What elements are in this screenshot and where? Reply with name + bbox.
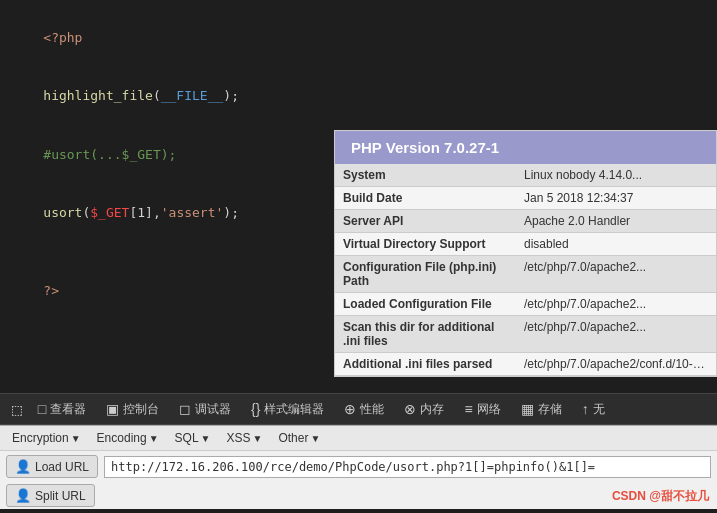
tab-viewer[interactable]: □ 查看器 (30, 397, 94, 422)
menu-xss-label: XSS (226, 431, 250, 445)
hackbar: Encryption ▼ Encoding ▼ SQL ▼ XSS ▼ Othe… (0, 425, 717, 509)
code-paren: ( (153, 88, 161, 103)
code-line-1: <?php (12, 8, 705, 67)
code-editor: <?php highlight_file(__FILE__); #usort(.… (0, 0, 717, 130)
menu-other-label: Other (278, 431, 308, 445)
up-icon: ↑ (582, 401, 589, 417)
table-cell-label: Server API (335, 210, 516, 233)
perf-icon: ⊕ (344, 401, 356, 417)
table-row: System Linux nobody 4.14.0... (335, 164, 716, 187)
table-row: Virtual Directory Support disabled (335, 233, 716, 256)
table-cell-value: /etc/php/7.0/apache2/conf.d/10-pdo.ini, … (516, 353, 716, 376)
table-cell-label: Configuration File (php.ini) Path (335, 256, 516, 293)
table-cell-value: /etc/php/7.0/apache2... (516, 293, 716, 316)
network-icon: ≡ (464, 401, 472, 417)
menu-encoding[interactable]: Encoding ▼ (91, 429, 165, 447)
tab-memory-label: 内存 (420, 401, 444, 418)
tab-other[interactable]: ↑ 无 (574, 397, 613, 422)
tab-storage[interactable]: ▦ 存储 (513, 397, 570, 422)
tab-performance[interactable]: ⊕ 性能 (336, 397, 392, 422)
php-info-panel: PHP Version 7.0.27-1 System Linux nobody… (334, 130, 717, 377)
code-close-tag: ?> (43, 283, 59, 298)
menu-other[interactable]: Other ▼ (272, 429, 326, 447)
memory-icon: ⊗ (404, 401, 416, 417)
csdn-watermark: CSDN @甜不拉几 (612, 488, 709, 505)
storage-icon: ▦ (521, 401, 534, 417)
tab-network[interactable]: ≡ 网络 (456, 397, 508, 422)
tab-other-label: 无 (593, 401, 605, 418)
encryption-dropdown-icon: ▼ (71, 433, 81, 444)
code-comment: #usort(...$_GET); (43, 147, 176, 162)
table-cell-value: Jan 5 2018 12:34:37 (516, 187, 716, 210)
table-row: Loaded Configuration File /etc/php/7.0/a… (335, 293, 716, 316)
console-icon: ▣ (106, 401, 119, 417)
code-var: $_GET (90, 205, 129, 220)
table-cell-value: Apache 2.0 Handler (516, 210, 716, 233)
tab-debugger[interactable]: ◻ 调试器 (171, 397, 239, 422)
hackbar-split-row: 👤 Split URL (0, 482, 717, 509)
menu-sql-label: SQL (175, 431, 199, 445)
tab-memory[interactable]: ⊗ 内存 (396, 397, 452, 422)
table-cell-label: Scan this dir for additional .ini files (335, 316, 516, 353)
sql-dropdown-icon: ▼ (201, 433, 211, 444)
devtools-toolbar: ⬚ □ 查看器 ▣ 控制台 ◻ 调试器 {} 样式编辑器 ⊕ 性能 ⊗ 内存 ≡… (0, 393, 717, 425)
hackbar-menu-row: Encryption ▼ Encoding ▼ SQL ▼ XSS ▼ Othe… (0, 426, 717, 451)
devtools-inspector-icon[interactable]: ⬚ (8, 398, 26, 421)
tab-style-editor[interactable]: {} 样式编辑器 (243, 397, 332, 422)
code-const: __FILE__ (161, 88, 224, 103)
table-cell-label: System (335, 164, 516, 187)
url-input[interactable] (104, 456, 711, 478)
php-version-header: PHP Version 7.0.27-1 (335, 131, 716, 164)
table-row: Scan this dir for additional .ini files … (335, 316, 716, 353)
tab-perf-label: 性能 (360, 401, 384, 418)
tab-debugger-label: 调试器 (195, 401, 231, 418)
tab-viewer-label: 查看器 (50, 401, 86, 418)
table-cell-label: Additional .ini files parsed (335, 353, 516, 376)
table-cell-value: /etc/php/7.0/apache2... (516, 256, 716, 293)
table-row: Configuration File (php.ini) Path /etc/p… (335, 256, 716, 293)
encoding-dropdown-icon: ▼ (149, 433, 159, 444)
menu-sql[interactable]: SQL ▼ (169, 429, 217, 447)
table-cell-value: disabled (516, 233, 716, 256)
table-row: Additional .ini files parsed /etc/php/7.… (335, 353, 716, 376)
php-info-table: System Linux nobody 4.14.0... Build Date… (335, 164, 716, 376)
table-cell-value: /etc/php/7.0/apache2... (516, 316, 716, 353)
split-url-icon: 👤 (15, 488, 31, 503)
table-row: Server API Apache 2.0 Handler (335, 210, 716, 233)
tab-console[interactable]: ▣ 控制台 (98, 397, 167, 422)
tab-console-label: 控制台 (123, 401, 159, 418)
load-url-button[interactable]: 👤 Load URL (6, 455, 98, 478)
tab-style-label: 样式编辑器 (264, 401, 324, 418)
debugger-icon: ◻ (179, 401, 191, 417)
split-url-label: Split URL (35, 489, 86, 503)
code-line-2: highlight_file(__FILE__); (12, 67, 705, 126)
other-dropdown-icon: ▼ (310, 433, 320, 444)
code-str: 'assert' (161, 205, 224, 220)
viewer-icon: □ (38, 401, 46, 417)
code-tag: <?php (43, 30, 82, 45)
menu-encoding-label: Encoding (97, 431, 147, 445)
tab-storage-label: 存储 (538, 401, 562, 418)
code-func: highlight_file (43, 88, 153, 103)
table-cell-value: Linux nobody 4.14.0... (516, 164, 716, 187)
table-cell-label: Loaded Configuration File (335, 293, 516, 316)
table-cell-label: Build Date (335, 187, 516, 210)
table-cell-label: Virtual Directory Support (335, 233, 516, 256)
code-func2: usort (43, 205, 82, 220)
load-url-label: Load URL (35, 460, 89, 474)
xss-dropdown-icon: ▼ (253, 433, 263, 444)
table-row: Build Date Jan 5 2018 12:34:37 (335, 187, 716, 210)
menu-encryption-label: Encryption (12, 431, 69, 445)
tab-network-label: 网络 (477, 401, 501, 418)
hackbar-load-row: 👤 Load URL (0, 451, 717, 482)
split-url-button[interactable]: 👤 Split URL (6, 484, 95, 507)
menu-encryption[interactable]: Encryption ▼ (6, 429, 87, 447)
load-url-icon: 👤 (15, 459, 31, 474)
style-icon: {} (251, 401, 260, 417)
menu-xss[interactable]: XSS ▼ (220, 429, 268, 447)
